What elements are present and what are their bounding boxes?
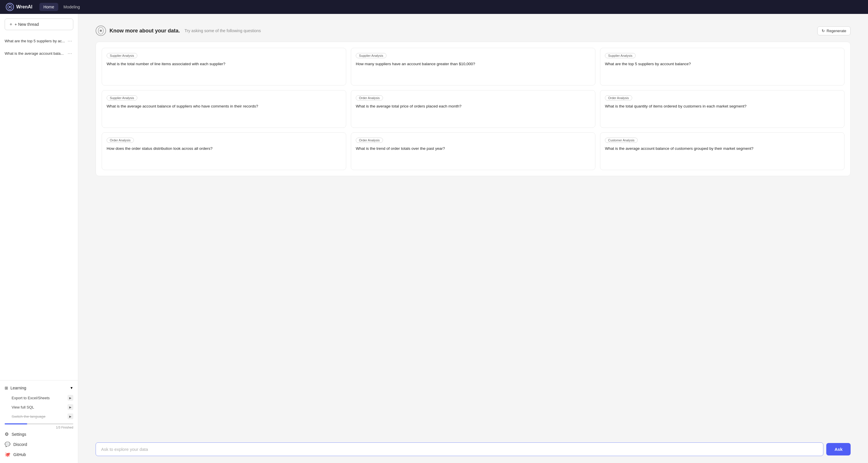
- learning-item-label: Switch the language: [11, 414, 45, 419]
- sidebar-nav-label: Discord: [13, 442, 27, 447]
- ask-button[interactable]: Ask: [826, 443, 850, 456]
- suggestion-card[interactable]: Order Analysis What is the average total…: [351, 90, 595, 128]
- chevron-down-icon: ▼: [70, 386, 73, 390]
- know-more-title: Know more about your data.: [110, 28, 180, 34]
- card-tag: Order Analysis: [356, 95, 383, 100]
- input-area: Ask: [78, 438, 868, 463]
- thread-item[interactable]: What are the top 5 suppliers by ac... ⋯: [0, 35, 78, 47]
- learning-item-label: View full SQL: [11, 405, 34, 409]
- sidebar-nav-label: Settings: [11, 432, 26, 437]
- card-tag: Order Analysis: [356, 137, 383, 143]
- ask-input[interactable]: [96, 442, 824, 456]
- suggestion-card[interactable]: Supplier Analysis What is the total numb…: [102, 48, 346, 86]
- thread-item-text: What is the average account bala...: [5, 51, 66, 56]
- new-thread-button[interactable]: + + New thread: [5, 19, 73, 30]
- sidebar-bottom: ⊞ Learning ▼ Export to Excel/Sheets ▶ Vi…: [0, 380, 78, 463]
- know-more-subtitle: Try asking some of the following questio…: [185, 28, 261, 33]
- learning-section: ⊞ Learning ▼ Export to Excel/Sheets ▶ Vi…: [5, 384, 73, 429]
- svg-point-5: [100, 30, 102, 32]
- sidebar-nav-settings[interactable]: ⚙ Settings: [5, 429, 73, 439]
- suggestion-card[interactable]: Order Analysis What is the total quantit…: [600, 90, 844, 128]
- card-text: How does the order status distribution l…: [106, 146, 341, 152]
- card-tag: Order Analysis: [106, 137, 134, 143]
- suggestion-card[interactable]: Order Analysis How does the order status…: [102, 132, 346, 170]
- suggestion-card[interactable]: Supplier Analysis What is the average ac…: [102, 90, 346, 128]
- card-text: What is the total quantity of items orde…: [605, 103, 840, 109]
- sidebar-nav-icon: ⚙: [5, 431, 9, 437]
- learning-item[interactable]: View full SQL ▶: [5, 402, 73, 412]
- progress-bar-fill: [5, 423, 27, 425]
- card-tag: Supplier Analysis: [106, 53, 137, 58]
- sidebar: + + New thread What are the top 5 suppli…: [0, 14, 78, 463]
- learning-item[interactable]: Export to Excel/Sheets ▶: [5, 393, 73, 402]
- thread-more-icon[interactable]: ⋯: [66, 50, 73, 57]
- card-tag: Supplier Analysis: [106, 95, 137, 100]
- progress-bar-track: [5, 423, 73, 425]
- suggestion-card[interactable]: Customer Analysis What is the average ac…: [600, 132, 844, 170]
- progress-text: 1/3 Finished: [5, 426, 73, 429]
- know-more-header: Know more about your data. Try asking so…: [96, 26, 850, 36]
- card-tag: Supplier Analysis: [356, 53, 386, 58]
- regenerate-label: Regenerate: [827, 29, 846, 33]
- sidebar-nav-discord[interactable]: 💬 Discord: [5, 439, 73, 450]
- card-text: What is the total number of line items a…: [106, 61, 341, 67]
- content-area: Know more about your data. Try asking so…: [78, 14, 868, 438]
- regenerate-icon: ↻: [822, 29, 825, 33]
- suggestion-card[interactable]: Order Analysis What is the trend of orde…: [351, 132, 595, 170]
- thread-more-icon[interactable]: ⋯: [66, 38, 73, 44]
- card-text: What is the trend of order totals over t…: [356, 146, 590, 152]
- sidebar-nav-github[interactable]: 🐙 GitHub: [5, 450, 73, 460]
- card-text: What is the average account balance of s…: [106, 103, 341, 109]
- card-text: What is the average account balance of c…: [605, 146, 840, 152]
- thread-list: What are the top 5 suppliers by ac... ⋯ …: [0, 35, 78, 380]
- learning-item-arrow-icon: ▶: [67, 404, 73, 410]
- sidebar-nav-icon: 🐙: [5, 452, 10, 457]
- card-text: How many suppliers have an account balan…: [356, 61, 590, 67]
- card-tag: Supplier Analysis: [605, 53, 636, 58]
- new-thread-label: + New thread: [14, 22, 39, 27]
- plus-icon: +: [9, 22, 12, 27]
- learning-item-label: Export to Excel/Sheets: [11, 396, 50, 400]
- thread-item-text: What are the top 5 suppliers by ac...: [5, 39, 66, 43]
- wren-logo-icon: [6, 3, 14, 11]
- logo-text: WrenAI: [16, 4, 32, 9]
- learning-items: Export to Excel/Sheets ▶ View full SQL ▶…: [5, 393, 73, 421]
- logo-area: WrenAI: [6, 3, 32, 11]
- nav-home[interactable]: Home: [39, 3, 58, 11]
- card-text: What are the top 5 suppliers by account …: [605, 61, 840, 67]
- learning-header[interactable]: ⊞ Learning ▼: [5, 384, 73, 392]
- learning-item-arrow-icon: ▶: [67, 413, 73, 419]
- thread-item[interactable]: What is the average account bala... ⋯: [0, 47, 78, 60]
- card-text: What is the average total price of order…: [356, 103, 590, 109]
- learning-item-arrow-icon: ▶: [67, 395, 73, 401]
- main-layout: + + New thread What are the top 5 suppli…: [0, 14, 868, 463]
- learning-grid-icon: ⊞: [5, 385, 8, 390]
- main-content: Know more about your data. Try asking so…: [78, 14, 868, 463]
- sidebar-nav-icon: 💬: [5, 441, 10, 447]
- suggestion-card[interactable]: Supplier Analysis What are the top 5 sup…: [600, 48, 844, 86]
- card-tag: Order Analysis: [605, 95, 632, 100]
- cards-grid: Supplier Analysis What is the total numb…: [96, 42, 850, 176]
- progress-bar-container: 1/3 Finished: [5, 423, 73, 429]
- suggestion-card[interactable]: Supplier Analysis How many suppliers hav…: [351, 48, 595, 86]
- learning-item[interactable]: Switch the language ▶: [5, 412, 73, 421]
- know-more-icon: [96, 26, 106, 36]
- learning-header-left: ⊞ Learning: [5, 385, 26, 390]
- regenerate-button[interactable]: ↻ Regenerate: [817, 26, 850, 35]
- learning-label: Learning: [10, 385, 26, 390]
- top-nav: WrenAI Home Modeling: [0, 0, 868, 14]
- card-tag: Customer Analysis: [605, 137, 638, 143]
- sidebar-nav-label: GitHub: [13, 452, 26, 457]
- sidebar-nav-list: ⚙ Settings 💬 Discord 🐙 GitHub: [5, 429, 73, 460]
- svg-point-2: [9, 6, 11, 8]
- nav-modeling[interactable]: Modeling: [59, 3, 84, 11]
